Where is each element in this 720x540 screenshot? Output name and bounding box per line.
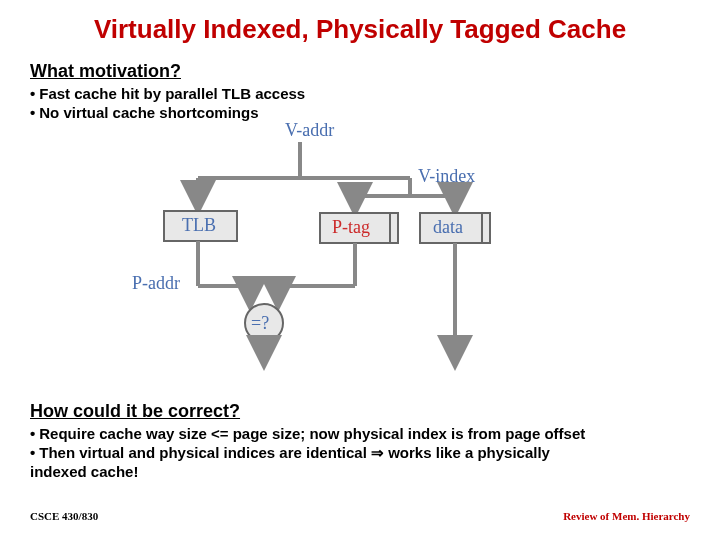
label-vindex: V-index bbox=[418, 166, 475, 187]
slide-title: Virtually Indexed, Physically Tagged Cac… bbox=[0, 14, 720, 45]
diagram: V-addr V-index TLB P-tag data P-addr =? bbox=[150, 118, 570, 388]
bullet-5-text: indexed cache! bbox=[30, 463, 138, 480]
correct-heading: How could it be correct? bbox=[30, 401, 240, 422]
diagram-svg bbox=[150, 118, 570, 388]
svg-rect-12 bbox=[482, 213, 490, 243]
footer-left: CSCE 430/830 bbox=[30, 510, 98, 522]
bullet-dot-icon: • bbox=[30, 444, 35, 461]
label-paddr: P-addr bbox=[132, 273, 180, 294]
motivation-heading: What motivation? bbox=[30, 61, 181, 82]
bullet-1-text: Fast cache hit by parallel TLB access bbox=[39, 85, 305, 102]
bullet-4-text: Then virtual and physical indices are id… bbox=[39, 444, 550, 461]
label-tlb: TLB bbox=[182, 215, 216, 236]
bullet-dot-icon: • bbox=[30, 85, 35, 102]
bullet-3: •Require cache way size <= page size; no… bbox=[30, 425, 585, 442]
label-eq: =? bbox=[251, 313, 269, 334]
bullet-dot-icon: • bbox=[30, 425, 35, 442]
bullet-5: indexed cache! bbox=[30, 463, 138, 480]
bullet-4: •Then virtual and physical indices are i… bbox=[30, 444, 550, 462]
svg-rect-10 bbox=[390, 213, 398, 243]
footer-right: Review of Mem. Hierarchy bbox=[563, 510, 690, 522]
slide: Virtually Indexed, Physically Tagged Cac… bbox=[0, 0, 720, 540]
label-vaddr: V-addr bbox=[285, 120, 334, 141]
bullet-3-text: Require cache way size <= page size; now… bbox=[39, 425, 585, 442]
label-ptag: P-tag bbox=[332, 217, 370, 238]
bullet-dot-icon: • bbox=[30, 104, 35, 121]
label-data: data bbox=[433, 217, 463, 238]
bullet-1: •Fast cache hit by parallel TLB access bbox=[30, 85, 305, 102]
